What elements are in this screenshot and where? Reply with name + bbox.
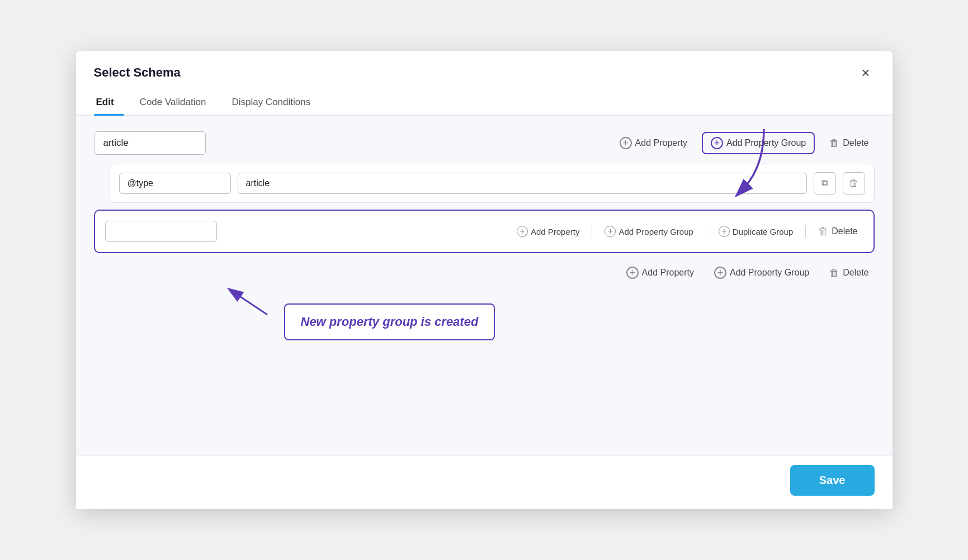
delete-property-button[interactable]: 🗑 [843,172,865,194]
add-property-button-bottom[interactable]: + Add Property [621,263,700,282]
modal-footer: Save [76,455,893,509]
add-property-group-icon-top: + [711,137,723,149]
divider-2 [706,225,706,238]
svg-line-2 [234,292,267,315]
duplicate-group-button[interactable]: + Duplicate Group [713,222,799,240]
modal-title: Select Schema [94,65,181,80]
divider-3 [805,225,806,238]
close-button[interactable]: × [857,63,874,82]
schema-name-input[interactable] [94,131,206,155]
callout-box: New property group is created [284,303,495,340]
add-property-group-button-bottom[interactable]: + Add Property Group [709,263,815,282]
delete-group-button[interactable]: 🗑 Delete [813,222,863,241]
trash-icon-bottom: 🗑 [829,267,839,279]
trash-icon-group: 🗑 [818,226,828,238]
copy-property-button[interactable]: ⧉ [814,172,836,194]
group-actions: + Add Property + Add Property Group + Du… [226,222,863,241]
group-name-input[interactable] [105,221,217,242]
tab-display-conditions[interactable]: Display Conditions [229,91,320,115]
annotation-area: New property group is created [94,287,875,354]
trash-icon-top: 🗑 [829,137,839,149]
add-property-icon-top: + [620,137,632,149]
add-property-icon-bottom: + [626,267,639,279]
delete-button-bottom[interactable]: 🗑 Delete [824,264,874,282]
copy-icon: ⧉ [821,178,828,189]
tab-edit[interactable]: Edit [94,91,124,115]
property-row-type: ⧉ 🗑 [110,164,875,203]
bottom-action-row: + Add Property + Add Property Group 🗑 De… [94,263,875,282]
modal-body: + Add Property + Add Property Group 🗑 De… [76,116,893,455]
add-property-button-group[interactable]: + Add Property [511,222,585,240]
divider-1 [592,225,592,238]
tabs-bar: Edit Code Validation Display Conditions [76,91,893,116]
property-group-inner: + Add Property + Add Property Group + Du… [105,221,863,242]
add-property-group-button-group[interactable]: + Add Property Group [599,222,698,240]
duplicate-group-icon: + [719,226,730,237]
property-group-box: + Add Property + Add Property Group + Du… [94,210,875,253]
property-value-input[interactable] [238,173,807,194]
delete-button-top[interactable]: 🗑 Delete [824,134,874,153]
trash-icon-property: 🗑 [849,178,858,189]
modal: Select Schema × Edit Code Validation Dis… [76,51,893,509]
add-property-icon-group: + [517,226,528,237]
modal-header: Select Schema × [76,51,893,82]
save-button[interactable]: Save [790,465,875,496]
top-action-row: + Add Property + Add Property Group 🗑 De… [94,131,875,155]
add-property-group-icon-group: + [605,226,616,237]
callout-text: New property group is created [301,315,479,329]
add-property-button-top[interactable]: + Add Property [614,134,693,153]
add-property-group-icon-bottom: + [714,267,726,279]
add-property-group-button-top[interactable]: + Add Property Group [702,132,815,154]
property-key-input[interactable] [119,173,231,194]
tab-code-validation[interactable]: Code Validation [138,91,216,115]
